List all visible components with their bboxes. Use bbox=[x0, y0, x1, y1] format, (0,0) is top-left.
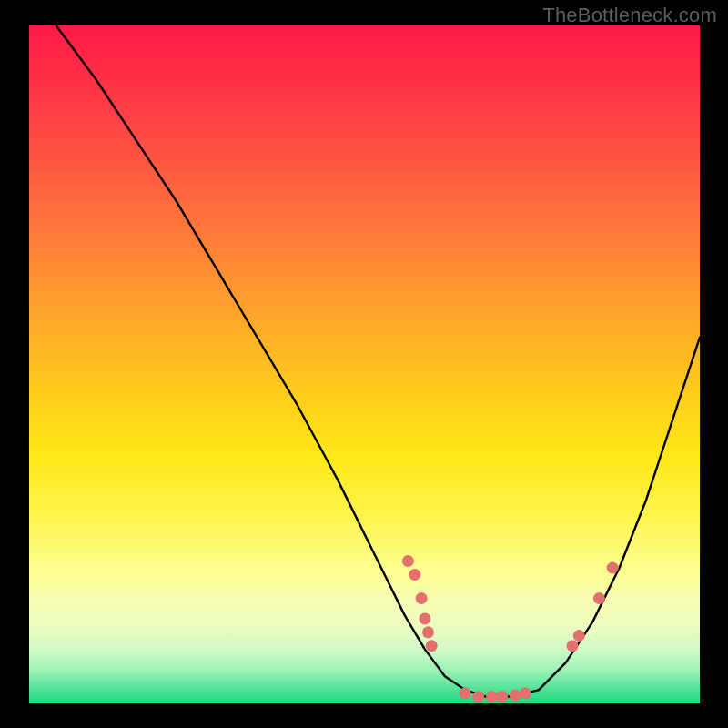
data-point bbox=[460, 687, 471, 699]
data-point bbox=[486, 691, 498, 703]
chart-svg bbox=[29, 25, 700, 703]
data-point bbox=[520, 687, 531, 699]
data-point bbox=[426, 640, 438, 652]
data-point bbox=[607, 562, 619, 574]
data-point bbox=[496, 691, 508, 703]
highlighted-points bbox=[402, 555, 619, 703]
data-point bbox=[416, 592, 428, 604]
data-point bbox=[419, 612, 430, 624]
data-point bbox=[422, 626, 434, 638]
plot-area bbox=[29, 25, 700, 703]
watermark-text: TheBottleneck.com bbox=[542, 4, 717, 27]
data-point bbox=[409, 569, 420, 581]
data-point bbox=[510, 690, 521, 702]
data-point bbox=[472, 691, 484, 703]
data-point bbox=[593, 592, 605, 604]
data-point bbox=[402, 555, 414, 567]
data-point bbox=[573, 630, 585, 642]
chart-frame: TheBottleneck.com bbox=[0, 0, 728, 728]
data-point bbox=[567, 640, 579, 652]
